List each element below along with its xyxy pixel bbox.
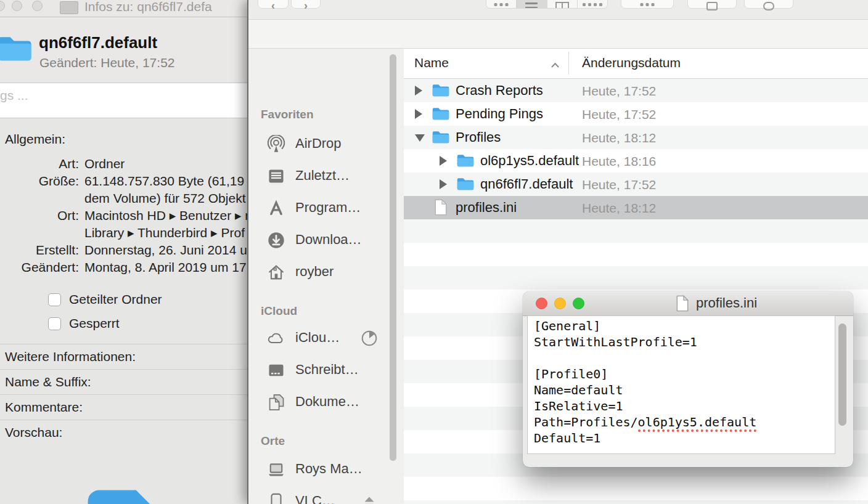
sidebar-item-label: Schreibt… bbox=[295, 362, 359, 378]
sidebar-item-label: royber bbox=[295, 264, 334, 280]
editor-window-title: profiles.ini bbox=[696, 295, 757, 311]
drive-icon bbox=[267, 492, 285, 504]
share-button[interactable] bbox=[687, 0, 737, 9]
tags-input[interactable]: gs ... bbox=[0, 83, 248, 118]
sidebar-item-label: Program… bbox=[295, 200, 361, 216]
table-row[interactable]: ProfilesHeute, 18:12 bbox=[404, 126, 868, 149]
view-list-button[interactable] bbox=[517, 0, 547, 8]
row-date: Heute, 18:12 bbox=[582, 201, 656, 216]
info-checkboxes: Geteilter OrdnerGesperrt bbox=[48, 292, 248, 331]
chevron-left-icon: ‹ bbox=[271, 0, 275, 12]
folder-icon bbox=[456, 176, 475, 192]
info-sections: Weitere Informationen:Name & Suffix:Komm… bbox=[0, 344, 248, 420]
view-gallery-button[interactable] bbox=[578, 0, 607, 8]
info-section-header[interactable]: Weitere Informationen: bbox=[0, 344, 248, 369]
info-row-label: Ort: bbox=[0, 207, 79, 242]
laptop-icon bbox=[267, 460, 285, 479]
info-general-rows: Art:OrdnerGröße:61.148.757.830 Byte (61,… bbox=[0, 155, 248, 276]
info-section-header[interactable]: Kommentare: bbox=[0, 394, 248, 420]
toolbar-lower-band bbox=[248, 20, 868, 49]
close-button[interactable] bbox=[536, 298, 547, 309]
editor-scrollbar[interactable] bbox=[838, 323, 846, 426]
info-section-header[interactable]: Name & Suffix: bbox=[0, 369, 248, 394]
sidebar-item-schreibt[interactable]: Schreibt… bbox=[248, 358, 404, 383]
view-switcher bbox=[486, 0, 608, 9]
checkbox-row: Gesperrt bbox=[48, 316, 248, 331]
info-row-label: Erstellt: bbox=[0, 242, 79, 259]
column-divider[interactable] bbox=[568, 52, 569, 75]
table-row[interactable]: Pending PingsHeute, 17:52 bbox=[404, 102, 868, 126]
zoom-button[interactable] bbox=[573, 298, 584, 309]
disclosure-expanded-icon[interactable] bbox=[415, 134, 425, 142]
recents-icon bbox=[267, 167, 285, 185]
minimize-button[interactable] bbox=[554, 298, 566, 309]
desktop-icon bbox=[267, 361, 285, 380]
sidebar-item-zuletzt[interactable]: Zuletzt… bbox=[248, 164, 404, 189]
tag-button[interactable] bbox=[744, 0, 793, 9]
sidebar-item-iclou[interactable]: iClou… bbox=[248, 326, 404, 351]
table-row[interactable]: qn6f6fl7.defaultHeute, 17:52 bbox=[404, 173, 868, 196]
table-row[interactable]: ol6p1ys5.defaultHeute, 18:16 bbox=[404, 149, 868, 173]
folder-icon bbox=[432, 129, 450, 145]
editor-text-area[interactable]: [General]StartWithLastProfile=1 [Profile… bbox=[527, 315, 835, 454]
editor-titlebar[interactable]: profiles.ini bbox=[523, 291, 853, 316]
eject-icon[interactable] bbox=[361, 493, 378, 504]
view-columns-button[interactable] bbox=[547, 0, 578, 8]
disclosure-collapsed-icon[interactable] bbox=[415, 109, 422, 119]
applications-icon bbox=[267, 199, 285, 217]
sidebar-item-label: AirDrop bbox=[295, 136, 342, 152]
action-button[interactable] bbox=[621, 0, 674, 9]
checkbox[interactable] bbox=[48, 317, 61, 330]
editor-line: StartWithLastProfile=1 bbox=[534, 334, 835, 350]
row-date: Heute, 18:12 bbox=[582, 131, 656, 145]
checkbox-label: Gesperrt bbox=[69, 316, 120, 331]
disclosure-collapsed-icon[interactable] bbox=[440, 156, 447, 166]
info-body: Allgemein: Art:OrdnerGröße:61.148.757.83… bbox=[0, 118, 248, 504]
sidebar-item-label: Roys Ma… bbox=[295, 461, 362, 477]
disclosure-collapsed-icon[interactable] bbox=[440, 179, 447, 189]
home-icon bbox=[267, 263, 285, 282]
close-button[interactable] bbox=[0, 1, 5, 11]
info-titlebar[interactable]: Infos zu: qn6f6fl7.defa bbox=[0, 0, 248, 17]
folder-preview-icon bbox=[79, 474, 232, 504]
sidebar-section-title: Orte bbox=[261, 434, 285, 448]
chevron-right-icon: › bbox=[304, 0, 308, 12]
row-name: qn6f6fl7.default bbox=[480, 176, 573, 192]
info-window-title: Infos zu: qn6f6fl7.defa bbox=[84, 0, 212, 14]
table-row[interactable]: profiles.iniHeute, 18:12 bbox=[404, 196, 868, 219]
forward-button[interactable]: › bbox=[291, 0, 321, 9]
empty-row bbox=[404, 500, 868, 504]
table-row[interactable]: Crash ReportsHeute, 17:52 bbox=[404, 79, 868, 102]
info-row-value: Macintosh HD ▸ Benutzer ▸ rLibrary ▸ Thu… bbox=[84, 207, 248, 242]
checkbox[interactable] bbox=[48, 293, 61, 306]
info-row-value: Montag, 8. April 2019 um 17 bbox=[84, 259, 248, 276]
sidebar-item-downloa[interactable]: Downloa… bbox=[248, 228, 404, 253]
editor-line bbox=[534, 350, 835, 366]
sidebar-item-label: VLC… bbox=[295, 493, 335, 504]
info-row-value: Donnerstag, 26. Juni 2014 u bbox=[84, 242, 248, 259]
general-section-label: Allgemein: bbox=[0, 132, 248, 147]
info-row-label: Geändert: bbox=[0, 259, 79, 276]
sidebar-item-roysma[interactable]: Roys Ma… bbox=[248, 457, 404, 482]
share-icon bbox=[706, 2, 718, 10]
misspelled-text: ol6p1ys5.default bbox=[638, 415, 757, 432]
view-icons-button[interactable] bbox=[486, 0, 517, 8]
editor-line: IsRelative=1 bbox=[534, 398, 835, 414]
sidebar-item-vlc[interactable]: VLC… bbox=[248, 489, 404, 504]
disclosure-collapsed-icon[interactable] bbox=[415, 86, 422, 96]
sidebar-item-program[interactable]: Program… bbox=[248, 196, 404, 221]
editor-window: profiles.ini [General]StartWithLastProfi… bbox=[523, 291, 853, 467]
sidebar-item-airdrop[interactable]: AirDrop bbox=[248, 132, 404, 156]
sidebar-scrollbar[interactable] bbox=[390, 54, 396, 461]
folder-icon bbox=[432, 105, 450, 122]
folder-icon bbox=[432, 82, 450, 99]
zoom-button[interactable] bbox=[32, 1, 43, 11]
back-button[interactable]: ‹ bbox=[258, 0, 289, 9]
sidebar-item-label: iClou… bbox=[295, 330, 340, 346]
column-header-date[interactable]: Änderungsdatum bbox=[582, 55, 681, 70]
sidebar-item-dokume[interactable]: Dokume… bbox=[248, 390, 404, 415]
sidebar-item-royber[interactable]: royber bbox=[248, 260, 404, 285]
column-header-name[interactable]: Name bbox=[414, 55, 449, 70]
minimize-button[interactable] bbox=[12, 1, 22, 11]
preview-section-label: Vorschau: bbox=[0, 420, 248, 445]
